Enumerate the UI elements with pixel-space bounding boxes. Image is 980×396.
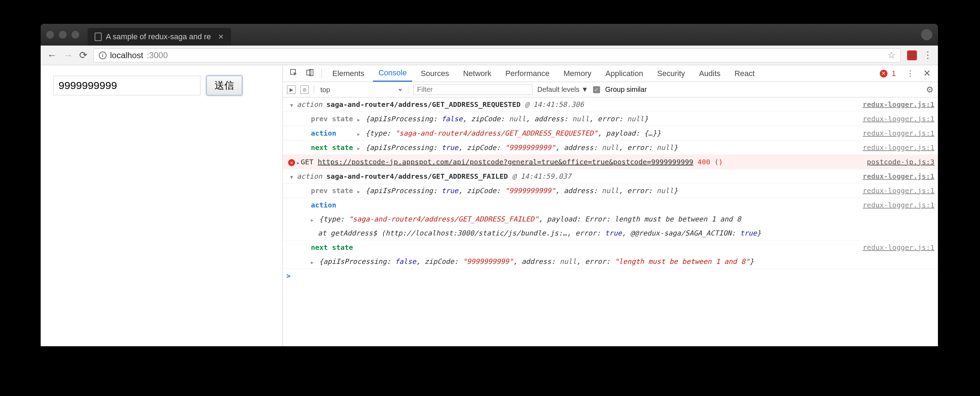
error-count-badge[interactable]: ✕ bbox=[880, 70, 888, 78]
log-next-state: next state redux-logger.js:1 bbox=[283, 240, 938, 254]
source-link[interactable]: redux-logger.js:1 bbox=[858, 142, 934, 153]
source-link[interactable]: redux-logger.js:1 bbox=[858, 171, 934, 182]
log-error: ✕ GET https://postcode-jp.appspot.com/ap… bbox=[283, 155, 938, 169]
tab-elements[interactable]: Elements bbox=[327, 65, 370, 82]
log-group-header[interactable]: action saga-and-router4/address/GET_ADDR… bbox=[283, 97, 938, 112]
devtools-tabbar: Elements Console Sources Network Perform… bbox=[283, 65, 938, 82]
clear-console-icon[interactable]: ⊘ bbox=[301, 86, 309, 94]
expand-object-icon[interactable] bbox=[357, 129, 361, 137]
source-link[interactable]: redux-logger.js:1 bbox=[858, 99, 934, 110]
tab-close-icon[interactable]: ✕ bbox=[218, 33, 224, 41]
log-levels-dropdown[interactable]: Default levels ▼ bbox=[537, 86, 588, 94]
error-icon: ✕ bbox=[288, 159, 295, 166]
page-content: 送信 bbox=[41, 65, 283, 346]
source-link[interactable]: redux-logger.js:1 bbox=[858, 199, 934, 211]
action-name: saga-and-router4/address/GET_ADDRESS_REQ… bbox=[326, 100, 520, 109]
reload-button[interactable]: ⟳ bbox=[79, 49, 87, 61]
console-filter-input[interactable] bbox=[413, 84, 532, 95]
minimize-window-button[interactable] bbox=[59, 31, 67, 38]
log-action-detail: {type: "saga-and-router4/address/GET_ADD… bbox=[283, 212, 938, 226]
log-group-header[interactable]: action saga-and-router4/address/GET_ADDR… bbox=[283, 169, 938, 184]
zipcode-input[interactable] bbox=[53, 76, 200, 95]
source-link[interactable]: redux-logger.js:1 bbox=[858, 185, 934, 196]
address-input[interactable]: i localhost:3000 ☆ bbox=[94, 48, 901, 62]
console-output: action saga-and-router4/address/GET_ADDR… bbox=[283, 97, 938, 346]
source-link[interactable]: redux-logger.js:1 bbox=[858, 113, 934, 124]
expand-object-icon[interactable] bbox=[357, 143, 361, 152]
close-window-button[interactable] bbox=[46, 31, 54, 38]
expand-object-icon[interactable] bbox=[357, 115, 361, 123]
console-toolbar: ▶ ⊘ top Default levels ▼ ✓ Group similar… bbox=[283, 82, 938, 97]
tab-sources[interactable]: Sources bbox=[415, 65, 455, 82]
device-toolbar-icon[interactable] bbox=[303, 67, 317, 81]
content-area: 送信 Elements Console Sources Network Perf… bbox=[41, 65, 938, 346]
context-select[interactable]: top bbox=[319, 86, 403, 94]
maximize-window-button[interactable] bbox=[72, 31, 79, 38]
log-action: action redux-logger.js:1 bbox=[283, 198, 938, 212]
request-url[interactable]: https://postcode-jp.appspot.com/api/post… bbox=[318, 158, 693, 166]
expand-object-icon[interactable] bbox=[357, 186, 361, 195]
expand-object-icon[interactable] bbox=[297, 158, 301, 166]
browser-tab[interactable]: A sample of redux-saga and re ✕ bbox=[88, 28, 231, 46]
tab-react[interactable]: React bbox=[729, 65, 760, 82]
expand-toggle-icon[interactable] bbox=[286, 99, 297, 110]
action-name: saga-and-router4/address/GET_ADDRESS_FAI… bbox=[326, 172, 508, 180]
log-prev-state: prev state {apiIsProcessing: false, zipC… bbox=[283, 112, 938, 126]
expand-toggle-icon[interactable] bbox=[286, 171, 297, 182]
tab-application[interactable]: Application bbox=[600, 65, 649, 82]
tab-performance[interactable]: Performance bbox=[500, 65, 555, 82]
forward-button[interactable]: → bbox=[63, 50, 73, 61]
console-prompt[interactable]: > bbox=[283, 269, 938, 283]
submit-button[interactable]: 送信 bbox=[207, 76, 242, 95]
log-prev-state: prev state {apiIsProcessing: true, zipCo… bbox=[283, 184, 938, 198]
http-status: 400 () bbox=[693, 158, 723, 166]
url-bar: ← → ⟳ i localhost:3000 ☆ ⋮ bbox=[41, 46, 938, 65]
svg-rect-1 bbox=[307, 70, 311, 75]
error-count: 1 bbox=[892, 69, 896, 78]
execution-context-icon[interactable]: ▶ bbox=[287, 86, 296, 94]
inspect-element-icon[interactable] bbox=[287, 67, 301, 81]
titlebar: A sample of redux-saga and re ✕ bbox=[41, 24, 938, 46]
url-host: localhost bbox=[110, 51, 143, 60]
source-link[interactable]: redux-logger.js:1 bbox=[858, 127, 934, 139]
console-settings-icon[interactable]: ⚙ bbox=[926, 85, 934, 95]
profile-avatar-icon[interactable] bbox=[921, 29, 932, 40]
page-icon bbox=[95, 33, 102, 41]
browser-window: A sample of redux-saga and re ✕ ← → ⟳ i … bbox=[41, 24, 938, 346]
tab-console[interactable]: Console bbox=[373, 65, 412, 82]
url-port: :3000 bbox=[147, 51, 168, 60]
source-link[interactable]: redux-logger.js:1 bbox=[858, 242, 934, 253]
devtools-panel: Elements Console Sources Network Perform… bbox=[283, 65, 938, 346]
expand-object-icon[interactable] bbox=[311, 215, 315, 223]
tab-memory[interactable]: Memory bbox=[558, 65, 597, 82]
bookmark-star-icon[interactable]: ☆ bbox=[888, 50, 896, 60]
expand-object-icon[interactable] bbox=[311, 257, 315, 266]
group-similar-label: Group similar bbox=[605, 86, 647, 94]
tab-network[interactable]: Network bbox=[457, 65, 497, 82]
source-link[interactable]: postcode-jp.js:3 bbox=[862, 156, 934, 167]
log-action: action {type: "saga-and-router4/address/… bbox=[283, 126, 938, 140]
extension-icon[interactable] bbox=[907, 51, 917, 60]
devtools-menu-icon[interactable]: ⋮ bbox=[903, 69, 918, 78]
site-info-icon[interactable]: i bbox=[99, 51, 107, 59]
tab-title: A sample of redux-saga and re bbox=[106, 32, 211, 41]
tab-security[interactable]: Security bbox=[652, 65, 690, 82]
log-action-detail: at getAddress$ (http://localhost:3000/st… bbox=[283, 226, 938, 240]
log-next-state-detail: {apiIsProcessing: false, zipCode: "99999… bbox=[283, 254, 938, 269]
close-devtools-icon[interactable]: ✕ bbox=[920, 68, 934, 79]
log-next-state: next state {apiIsProcessing: true, zipCo… bbox=[283, 140, 938, 155]
group-similar-checkbox[interactable]: ✓ bbox=[593, 86, 600, 93]
traffic-lights bbox=[46, 31, 79, 38]
tab-audits[interactable]: Audits bbox=[693, 65, 726, 82]
back-button[interactable]: ← bbox=[47, 50, 57, 61]
browser-menu-icon[interactable]: ⋮ bbox=[923, 50, 932, 60]
